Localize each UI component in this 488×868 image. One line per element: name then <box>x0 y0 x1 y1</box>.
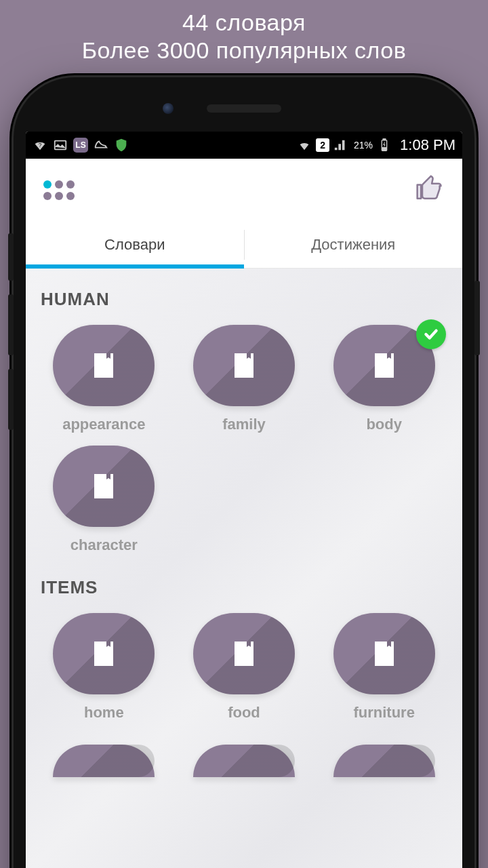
menu-button[interactable] <box>43 180 75 200</box>
card-label: appearance <box>62 416 145 433</box>
sim-indicator: 2 <box>316 138 329 152</box>
section-title-items: ITEMS <box>41 577 447 598</box>
ls-app-icon: LS <box>73 138 88 153</box>
dict-body[interactable]: body <box>318 325 450 433</box>
card-label: character <box>70 536 138 554</box>
tab-label: Достижения <box>311 236 395 254</box>
grid-items: home food furniture <box>38 613 450 722</box>
active-tab-underline <box>26 264 244 269</box>
phone-camera <box>163 103 174 114</box>
dict-family[interactable]: family <box>178 325 310 433</box>
promo-line-1: 44 словаря <box>0 9 488 36</box>
promo-line-2: Более 3000 популярных слов <box>0 37 488 64</box>
dict-furniture[interactable]: furniture <box>318 613 450 722</box>
svg-text:?: ? <box>39 142 42 149</box>
cell-signal-icon <box>333 138 348 153</box>
dict-food[interactable]: food <box>178 613 310 722</box>
phone-earpiece <box>207 104 281 113</box>
status-bar: ? LS 2 2 <box>26 132 462 159</box>
shield-icon <box>114 138 129 153</box>
shoe-icon <box>94 138 108 153</box>
app-header <box>26 159 462 221</box>
tabs: Словари Достижения <box>26 221 462 269</box>
card-label: furniture <box>353 704 414 722</box>
dict-partial-1[interactable] <box>38 745 170 777</box>
phone-frame: ? LS 2 2 <box>14 77 474 868</box>
card-label: body <box>366 416 402 433</box>
check-icon <box>416 319 446 349</box>
svg-rect-4 <box>382 148 386 151</box>
card-label: home <box>84 704 124 722</box>
wifi-signal-icon <box>297 138 312 153</box>
card-label: family <box>222 416 266 433</box>
dict-home[interactable]: home <box>38 613 170 722</box>
battery-percent: 21% <box>354 140 373 151</box>
card-label: food <box>228 704 260 722</box>
grid-human: appearance family body character <box>38 325 450 554</box>
screen: ? LS 2 2 <box>26 132 462 868</box>
svg-rect-1 <box>55 141 66 150</box>
svg-rect-3 <box>383 139 386 140</box>
content-scroll[interactable]: HUMAN appearance family body charac <box>26 269 462 868</box>
tab-dictionaries[interactable]: Словари <box>26 221 244 268</box>
dict-appearance[interactable]: appearance <box>38 325 170 433</box>
dict-character[interactable]: character <box>38 446 170 554</box>
promo-banner: 44 словаря Более 3000 популярных слов <box>0 0 488 77</box>
tab-achievements[interactable]: Достижения <box>245 221 463 268</box>
battery-icon <box>377 138 392 153</box>
tab-label: Словари <box>104 236 165 254</box>
dict-partial-3[interactable] <box>318 745 450 777</box>
wifi-icon: ? <box>33 138 47 153</box>
image-icon <box>53 138 68 153</box>
section-title-human: HUMAN <box>41 289 447 310</box>
like-button[interactable] <box>415 174 445 206</box>
grid-items-next-row <box>38 745 450 777</box>
clock: 1:08 PM <box>400 136 455 154</box>
dict-partial-2[interactable] <box>178 745 310 777</box>
